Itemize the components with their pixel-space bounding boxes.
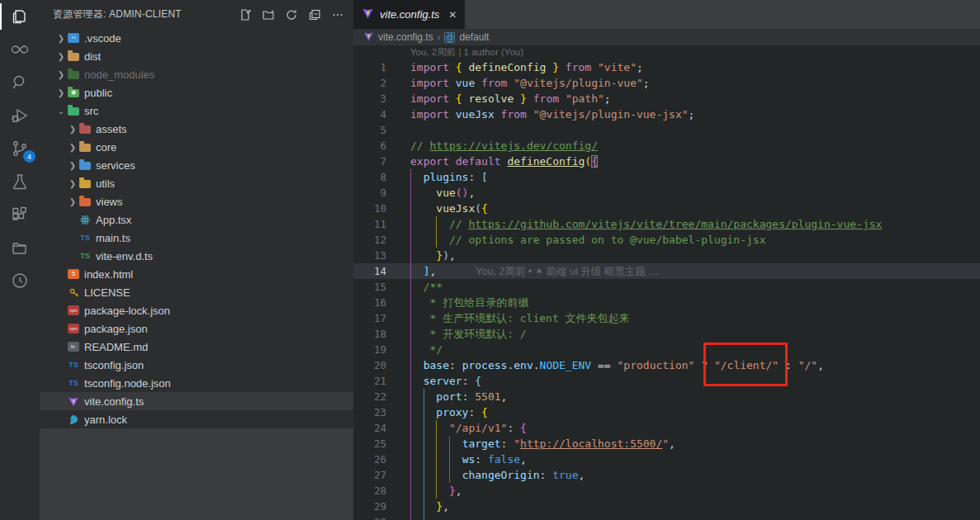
line-number: 17 — [353, 310, 386, 326]
code-line-26[interactable]: 26 ws: false, — [353, 451, 980, 467]
license-key-icon — [68, 287, 79, 297]
new-file-icon[interactable] — [236, 6, 254, 24]
tree-item-assets[interactable]: ❯assets — [40, 120, 353, 138]
vite-icon — [68, 396, 79, 406]
infinity-logo-icon[interactable] — [0, 33, 40, 66]
code-line-6[interactable]: 6// https://vitejs.dev/config/ — [353, 138, 980, 154]
code-line-15[interactable]: 15 /** — [353, 279, 980, 295]
chevron-spacer — [54, 324, 68, 333]
line-content: * 打包给目录的前缀 — [386, 295, 980, 310]
refresh-icon[interactable] — [282, 6, 301, 24]
history-clock-icon[interactable] — [0, 264, 40, 297]
tree-item-label: vite-env.d.ts — [96, 250, 153, 262]
tsconfig-icon: TS — [68, 360, 79, 370]
tree-item-.vscode[interactable]: ❯‹›.vscode — [40, 29, 353, 47]
tree-item-src[interactable]: ⌄src — [40, 102, 353, 120]
code-line-12[interactable]: 12 // options are passed on to @vue/babe… — [353, 232, 980, 248]
tree-item-views[interactable]: ❯views — [40, 192, 353, 210]
code-line-16[interactable]: 16 * 打包给目录的前缀 — [353, 295, 980, 310]
tree-item-core[interactable]: ❯core — [40, 138, 353, 156]
tree-item-label: src — [84, 105, 98, 117]
collapse-folders-icon[interactable] — [305, 6, 324, 24]
project-folder-icon[interactable] — [0, 231, 40, 264]
tree-item-utils[interactable]: ❯utils — [40, 174, 353, 192]
tree-item-yarn.lock[interactable]: yarn.lock — [40, 410, 353, 428]
code-line-23[interactable]: 23 proxy: { — [353, 404, 980, 420]
tree-item-label: views — [96, 196, 123, 208]
chevron-right-icon: ❯ — [66, 125, 79, 134]
tree-item-dist[interactable]: ❯dist — [40, 47, 353, 65]
line-number: 24 — [353, 420, 386, 436]
breadcrumb-symbol[interactable]: default — [459, 31, 489, 43]
ts-green-icon: TS — [79, 251, 91, 261]
code-line-24[interactable]: 24 "/api/v1": { — [353, 420, 980, 436]
line-content: export default defineConfig({ — [386, 154, 980, 169]
tree-item-node_modules[interactable]: ❯node_modules — [40, 65, 353, 83]
run-debug-icon[interactable] — [0, 99, 40, 132]
chevron-spacer — [66, 215, 79, 225]
code-line-19[interactable]: 19 */ — [353, 342, 980, 357]
tree-item-main.ts[interactable]: TSmain.ts — [40, 229, 353, 247]
node-modules-folder — [68, 71, 79, 79]
tree-item-tsconfig.json[interactable]: TStsconfig.json — [40, 356, 353, 374]
files-explorer-icon[interactable] — [0, 0, 40, 33]
line-number: 29 — [353, 499, 386, 514]
code-line-1[interactable]: 1import { defineConfig } from "vite"; — [353, 59, 980, 75]
tree-item-label: package-lock.json — [84, 305, 170, 317]
line-content: server: { — [386, 373, 980, 389]
new-folder-icon[interactable] — [259, 6, 277, 24]
line-number: 22 — [353, 389, 386, 404]
code-line-2[interactable]: 2import vue from "@vitejs/plugin-vue"; — [353, 75, 980, 91]
code-line-7[interactable]: 7export default defineConfig({ — [353, 154, 980, 169]
code-line-28[interactable]: 28 }, — [353, 483, 980, 499]
code-line-27[interactable]: 27 changeOrigin: true, — [353, 467, 980, 483]
code-line-21[interactable]: 21 server: { — [353, 373, 980, 389]
code-line-30[interactable]: 30 — [353, 514, 980, 520]
tree-item-package.json[interactable]: npmpackage.json — [40, 319, 353, 338]
line-number: 19 — [353, 342, 386, 357]
code-line-8[interactable]: 8 plugins: [ — [353, 169, 980, 185]
code-line-14[interactable]: 14 ],You, 2周前 • ✶ 前端 ui 升级 暗黑主题 … — [353, 263, 980, 279]
testing-beaker-icon[interactable] — [0, 165, 40, 198]
extensions-icon[interactable] — [0, 198, 40, 231]
tree-item-index.html[interactable]: 5index.html — [40, 265, 353, 283]
tab-close-icon[interactable]: ✕ — [448, 9, 457, 21]
tab-vite-config[interactable]: vite.config.ts ✕ — [353, 0, 465, 29]
code-line-18[interactable]: 18 * 开发环境默认: / — [353, 326, 980, 342]
breadcrumb-file[interactable]: vite.config.ts — [378, 31, 433, 43]
tree-item-tsconfig.node.json[interactable]: TStsconfig.node.json — [40, 374, 353, 392]
line-number: 21 — [353, 373, 386, 389]
tree-item-vite.config.ts[interactable]: vite.config.ts — [40, 392, 353, 410]
code-line-20[interactable]: 20 base: process.env.NODE_ENV == "produc… — [353, 357, 980, 373]
code-line-5[interactable]: 5 — [353, 122, 980, 138]
codelens-blame[interactable]: You, 2周前 | 1 author (You) — [353, 45, 980, 59]
chevron-spacer — [54, 379, 68, 388]
code-line-11[interactable]: 11 // https://github.com/vitejs/vite/tre… — [353, 216, 980, 232]
line-number: 18 — [353, 326, 386, 342]
tree-item-App.tsx[interactable]: App.tsx — [40, 210, 353, 229]
search-icon[interactable] — [0, 66, 40, 99]
tree-item-services[interactable]: ❯services — [40, 156, 353, 174]
tree-item-label: utils — [96, 177, 115, 190]
chevron-right-icon: › — [438, 32, 441, 42]
code-line-4[interactable]: 4import vueJsx from "@vitejs/plugin-vue-… — [353, 106, 980, 122]
line-number: 5 — [353, 122, 386, 138]
code-line-9[interactable]: 9 vue(), — [353, 185, 980, 201]
line-content: import { resolve } from "path"; — [386, 91, 980, 106]
tree-item-public[interactable]: ❯✱public — [40, 83, 353, 102]
code-line-17[interactable]: 17 * 生产环境默认: client 文件夹包起来 — [353, 310, 980, 326]
more-actions-icon[interactable] — [329, 6, 347, 24]
source-control-icon[interactable]: 4 — [0, 132, 40, 165]
code-line-13[interactable]: 13 }), — [353, 248, 980, 263]
code-line-29[interactable]: 29 }, — [353, 499, 980, 514]
code-editor[interactable]: You, 2周前 | 1 author (You) 1import { defi… — [353, 45, 980, 520]
tree-item-vite-env.d.ts[interactable]: TSvite-env.d.ts — [40, 247, 353, 265]
tree-item-package-lock.json[interactable]: npmpackage-lock.json — [40, 301, 353, 319]
tree-item-LICENSE[interactable]: LICENSE — [40, 283, 353, 301]
vite-file-icon — [363, 31, 374, 44]
code-line-3[interactable]: 3import { resolve } from "path"; — [353, 91, 980, 106]
code-line-10[interactable]: 10 vueJsx({ — [353, 201, 980, 216]
tree-item-README.md[interactable]: M↓README.md — [40, 338, 353, 356]
code-line-22[interactable]: 22 port: 5501, — [353, 389, 980, 404]
code-line-25[interactable]: 25 target: "http://localhost:5500/", — [353, 436, 980, 451]
